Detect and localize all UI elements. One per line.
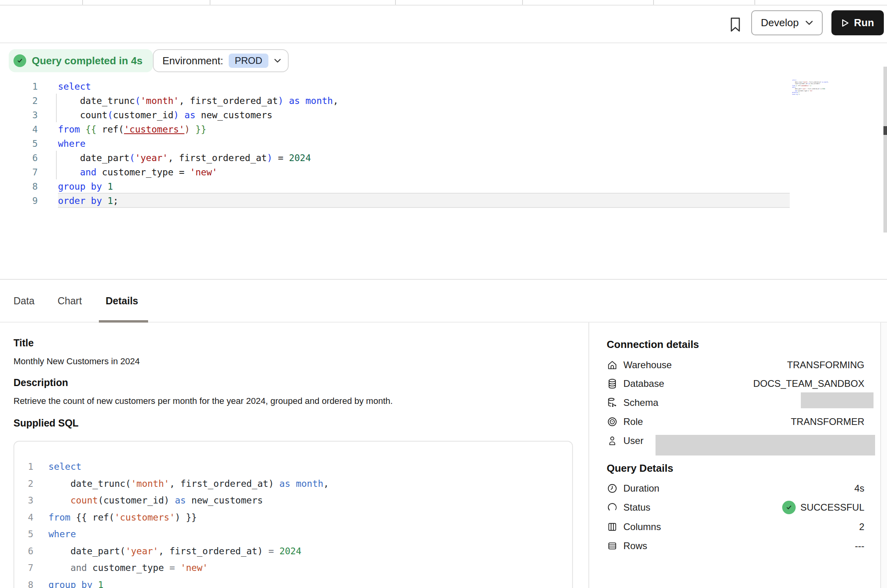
- top-tab-strip: [0, 0, 887, 6]
- tab-divider: [210, 0, 210, 5]
- code-line: 5where: [14, 529, 572, 546]
- code-text: count(customer_id) as new_customers: [48, 495, 263, 505]
- schema-icon: [607, 397, 618, 408]
- line-number: 4: [14, 512, 33, 523]
- tab-divider: [82, 0, 83, 5]
- user-icon: [607, 435, 618, 446]
- code-text: order by 1;: [58, 194, 118, 208]
- results-tab-bar: DataChartDetails: [0, 279, 887, 323]
- role-row: RoleTRANSFORMER: [607, 414, 864, 430]
- chevron-down-icon: [805, 20, 813, 25]
- database-icon: [607, 378, 618, 389]
- columns-label: Columns: [623, 521, 661, 532]
- code-text: date_part('year', first_ordered_at) = 20…: [58, 151, 311, 165]
- line-number: 9: [0, 194, 38, 208]
- code-text: and customer_type = 'new': [58, 165, 218, 179]
- tab-divider: [395, 0, 396, 5]
- query-status-text: Query completed in 4s: [32, 55, 143, 67]
- code-text: where: [58, 136, 85, 151]
- bookmark-icon[interactable]: [727, 14, 744, 35]
- description-value: Retrieve the count of new customers per …: [13, 396, 393, 406]
- supplied-sql-box: 1select2 date_trunc('month', first_order…: [13, 441, 573, 588]
- code-text: group by 1: [58, 179, 113, 194]
- duration-value: 4s: [854, 483, 864, 494]
- run-button[interactable]: Run: [831, 10, 884, 35]
- success-check-icon: [782, 501, 796, 514]
- role-icon: [607, 416, 618, 427]
- code-line[interactable]: 4from {{ ref('customers') }}: [0, 122, 887, 136]
- database-value: DOCS_TEAM_SANDBOX: [753, 378, 864, 389]
- columns-value: 2: [859, 521, 864, 532]
- line-number: 3: [0, 108, 38, 122]
- chevron-down-icon: [274, 58, 281, 63]
- code-text: group by 1: [48, 580, 104, 588]
- editor-scrollbar-thumb[interactable]: [883, 126, 887, 135]
- details-panel: Title Monthly New Customers in 2024 Desc…: [0, 323, 589, 588]
- database-row: DatabaseDOCS_TEAM_SANDBOX: [607, 376, 864, 392]
- code-text: from {{ ref('customers') }}: [58, 122, 206, 136]
- environment-value-badge: PROD: [229, 54, 268, 68]
- duration-label: Duration: [623, 483, 659, 494]
- line-number: 6: [0, 151, 38, 165]
- code-text: select: [58, 79, 91, 94]
- status-value: SUCCESSFUL: [782, 501, 864, 514]
- code-line[interactable]: 2 date_trunc('month', first_ordered_at) …: [0, 94, 887, 108]
- line-number: 5: [0, 136, 38, 151]
- query-status-pill: Query completed in 4s: [9, 49, 153, 72]
- environment-label: Environment:: [162, 55, 223, 67]
- code-line[interactable]: 9order by 1;: [0, 194, 887, 208]
- code-line[interactable]: 7 and customer_type = 'new': [0, 165, 887, 179]
- status-label: Status: [623, 502, 650, 513]
- code-text: select: [48, 461, 81, 472]
- code-text: where: [48, 529, 76, 539]
- warehouse-icon: [607, 359, 618, 371]
- rows-icon: [607, 540, 618, 551]
- schema-label: Schema: [623, 397, 658, 408]
- line-number: 2: [0, 94, 38, 108]
- sql-editor[interactable]: 1select2 date_trunc('month', first_order…: [0, 79, 887, 210]
- connection-details-panel: Connection details WarehouseTRANSFORMING…: [589, 323, 880, 588]
- code-text: date_trunc('month', first_ordered_at) as…: [48, 478, 329, 489]
- columns-icon: [607, 521, 618, 532]
- line-number: 5: [14, 529, 33, 539]
- line-number: 1: [14, 461, 33, 472]
- rows-row: Rows---: [607, 538, 864, 554]
- app-window: Develop Run Query completed in 4s Enviro…: [0, 0, 887, 588]
- status-icon: [607, 502, 618, 513]
- tab-chart[interactable]: Chart: [58, 280, 82, 322]
- right-scroll-gutter[interactable]: [880, 323, 887, 588]
- user-label: User: [623, 435, 644, 446]
- play-icon: [841, 19, 849, 27]
- tab-divider: [653, 0, 654, 5]
- title-value: Monthly New Customers in 2024: [13, 356, 140, 367]
- code-line[interactable]: 1select: [0, 79, 887, 94]
- code-line[interactable]: 8group by 1: [0, 179, 887, 194]
- description-heading: Description: [13, 377, 68, 388]
- line-number: 3: [14, 495, 33, 505]
- tab-divider: [522, 0, 523, 5]
- code-line[interactable]: 6 date_part('year', first_ordered_at) = …: [0, 151, 887, 165]
- rows-value: ---: [855, 540, 864, 551]
- develop-dropdown[interactable]: Develop: [751, 10, 823, 35]
- user-value-redacted: [656, 435, 875, 455]
- code-line[interactable]: 3 count(customer_id) as new_customers: [0, 108, 887, 122]
- line-number: 7: [0, 165, 38, 179]
- line-number: 8: [14, 580, 33, 588]
- tab-details[interactable]: Details: [106, 280, 138, 322]
- connection-details-heading: Connection details: [607, 338, 699, 351]
- code-line: 7 and customer_type = 'new': [14, 563, 572, 580]
- editor-minimap[interactable]: select date_trunc('month', first_ordered…: [792, 79, 836, 98]
- warehouse-label: Warehouse: [623, 359, 672, 371]
- editor-scrollbar-track[interactable]: [883, 67, 887, 233]
- schema-value-redacted: [801, 392, 874, 408]
- database-label: Database: [623, 378, 664, 389]
- code-line[interactable]: 5where: [0, 136, 887, 151]
- tab-data[interactable]: Data: [13, 280, 35, 322]
- environment-dropdown[interactable]: Environment: PROD: [153, 49, 289, 72]
- tab-divider: [754, 0, 755, 5]
- rows-label: Rows: [623, 540, 647, 551]
- code-line: 1select: [14, 461, 572, 478]
- line-number: 8: [0, 179, 38, 194]
- code-line: 8group by 1: [14, 580, 572, 588]
- code-line: 4from {{ ref('customers') }}: [14, 512, 572, 529]
